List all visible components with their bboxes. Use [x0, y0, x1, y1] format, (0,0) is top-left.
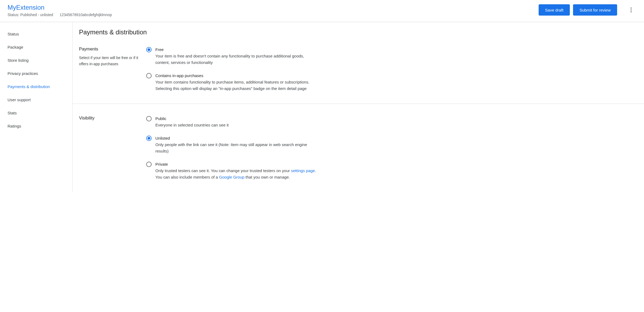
visibility-section: Visibility Public Everyone in selected c… [73, 104, 644, 192]
google-group-link[interactable]: Google Group [219, 175, 244, 179]
radio-description: Only trusted testers can see it. You can… [155, 168, 318, 180]
radio-description: Your item is free and doesn't contain an… [155, 53, 318, 66]
sidebar-item-user-support[interactable]: User support [0, 93, 72, 106]
section-header: Visibility [79, 116, 146, 180]
sidebar: Status Package Store listing Privacy pra… [0, 22, 73, 192]
sidebar-item-payments-distribution[interactable]: Payments & distribution [0, 80, 72, 93]
settings-page-link[interactable]: settings page [291, 168, 315, 173]
page-title: Payments & distribution [73, 22, 644, 47]
radio-label: Unlisted [155, 135, 318, 141]
visibility-option-private[interactable]: Private Only trusted testers can see it.… [146, 161, 318, 180]
item-id: 12345678910abcdefghijklmnop [60, 13, 112, 17]
radio-description: Your item contains functionality to purc… [155, 79, 318, 92]
radio-input[interactable] [146, 47, 152, 52]
save-draft-button[interactable]: Save draft [539, 4, 570, 16]
radio-input[interactable] [146, 116, 152, 121]
visibility-heading: Visibility [79, 116, 141, 121]
radio-content: Free Your item is free and doesn't conta… [155, 47, 318, 66]
sidebar-item-store-listing[interactable]: Store listing [0, 54, 72, 67]
payments-section: Payments Select if your item will be fre… [73, 47, 644, 104]
radio-content: Contains in-app purchases Your item cont… [155, 73, 318, 92]
more-vert-icon [631, 8, 632, 12]
header: MyExtension Status: Published - unlisted… [0, 0, 644, 22]
radio-label: Contains in-app purchases [155, 73, 318, 78]
body: Status Package Store listing Privacy pra… [0, 22, 644, 192]
payments-options: Free Your item is free and doesn't conta… [146, 47, 318, 92]
section-header: Payments Select if your item will be fre… [79, 47, 146, 92]
desc-text: that you own or manage. [244, 175, 290, 179]
sidebar-item-package[interactable]: Package [0, 41, 72, 54]
status-text: Status: Published - unlisted [8, 13, 53, 17]
main-content: Payments & distribution Payments Select … [73, 22, 644, 192]
header-meta: Status: Published - unlisted 12345678910… [8, 13, 112, 17]
payments-description: Select if your item will be free or if i… [79, 55, 141, 67]
desc-text: You can also include members of a [155, 175, 219, 179]
radio-content: Private Only trusted testers can see it.… [155, 161, 318, 180]
visibility-options: Public Everyone in selected countries ca… [146, 116, 318, 180]
radio-description: Only people with the link can see it (No… [155, 142, 318, 154]
sidebar-item-privacy-practices[interactable]: Privacy practices [0, 67, 72, 80]
sidebar-item-stats[interactable]: Stats [0, 106, 72, 119]
more-menu-button[interactable] [626, 5, 636, 15]
submit-review-button[interactable]: Submit for review [573, 4, 617, 16]
radio-content: Unlisted Only people with the link can s… [155, 135, 318, 154]
sidebar-item-ratings[interactable]: Ratings [0, 119, 72, 133]
payment-option-iap[interactable]: Contains in-app purchases Your item cont… [146, 73, 318, 92]
desc-text: . [315, 168, 316, 173]
payments-heading: Payments [79, 47, 141, 52]
radio-description: Everyone in selected countries can see i… [155, 122, 318, 128]
sidebar-item-status[interactable]: Status [0, 27, 72, 41]
radio-content: Public Everyone in selected countries ca… [155, 116, 318, 128]
payment-option-free[interactable]: Free Your item is free and doesn't conta… [146, 47, 318, 66]
radio-label: Free [155, 47, 318, 52]
radio-input[interactable] [146, 136, 152, 141]
radio-input[interactable] [146, 162, 152, 167]
radio-label: Public [155, 116, 318, 121]
radio-label: Private [155, 161, 318, 167]
visibility-option-public[interactable]: Public Everyone in selected countries ca… [146, 116, 318, 128]
header-left: MyExtension Status: Published - unlisted… [8, 3, 112, 17]
radio-input[interactable] [146, 73, 152, 78]
visibility-option-unlisted[interactable]: Unlisted Only people with the link can s… [146, 135, 318, 154]
app-title[interactable]: MyExtension [8, 3, 112, 12]
desc-text: Only trusted testers can see it. You can… [155, 168, 291, 173]
header-actions: Save draft Submit for review [539, 3, 636, 16]
